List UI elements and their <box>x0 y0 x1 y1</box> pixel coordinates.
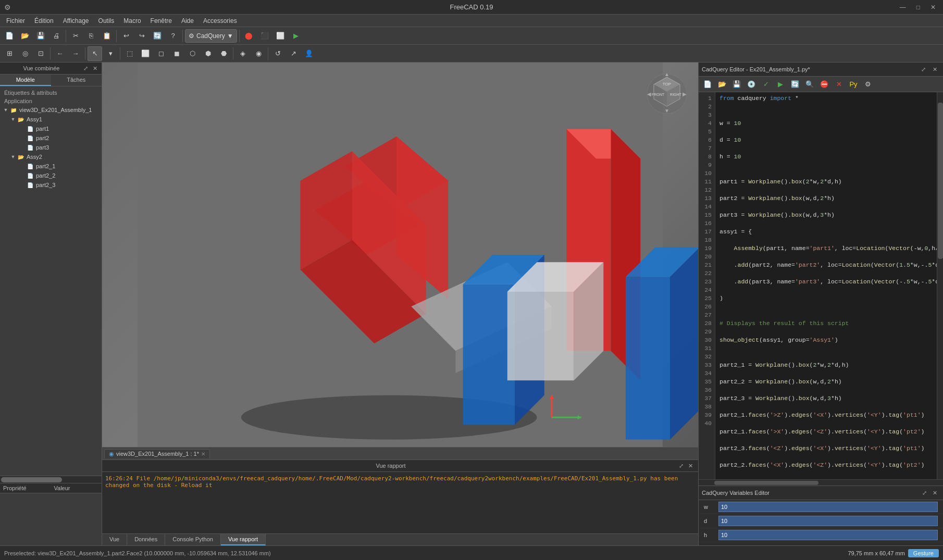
view-tab-close[interactable]: ✕ <box>201 451 205 457</box>
viewport-gizmo[interactable]: TOP RIGHT FRONT ▲ ▼ ◀ ▶ <box>646 73 688 115</box>
tree-assy2[interactable]: ▼ 📂 Assy2 <box>0 152 102 161</box>
bottom-tab-vue[interactable]: Vue <box>102 534 127 545</box>
minimize-button[interactable]: — <box>897 3 909 12</box>
menu-aide[interactable]: Aide <box>177 15 198 27</box>
run-button[interactable]: ▶ <box>289 29 303 43</box>
var-h-input[interactable] <box>718 530 938 540</box>
tree-part2-2[interactable]: 📄 part2_2 <box>0 171 102 180</box>
menu-macro[interactable]: Macro <box>119 15 145 27</box>
maximize-button[interactable]: □ <box>913 3 923 12</box>
part-view[interactable]: ◻ <box>154 46 168 61</box>
print-button[interactable]: 🖨 <box>49 29 64 43</box>
code-editor[interactable]: 1 2 3 4 5 6 7 8 9 10 11 12 13 14 15 16 1… <box>699 92 943 479</box>
view-fit-all[interactable]: ⊞ <box>2 46 17 61</box>
ed-new-btn[interactable]: 📄 <box>701 78 714 91</box>
undo-button[interactable]: ↩ <box>119 29 133 43</box>
toolbar-sep-4 <box>239 30 240 42</box>
line-num-7: 7 <box>701 144 712 153</box>
code-content[interactable]: from cadquery import * w = 10 d = 10 h =… <box>715 92 937 479</box>
ed-python-btn[interactable]: Py <box>847 78 860 91</box>
select-mode[interactable]: ↖ <box>88 46 102 61</box>
ed-settings-btn[interactable]: ⚙ <box>861 78 875 91</box>
ed-reload-btn[interactable]: 🔄 <box>788 78 802 91</box>
menu-outils[interactable]: Outils <box>94 15 119 27</box>
ed-open-btn[interactable]: 📂 <box>715 78 729 91</box>
editor-close-btn[interactable]: ✕ <box>929 64 940 74</box>
ed-run-btn[interactable]: ▶ <box>774 78 787 91</box>
ed-close2-btn[interactable]: ✕ <box>832 78 846 91</box>
root-label: view3D_Ex201_Assembly_1 <box>19 107 92 113</box>
3d-viewport[interactable]: TOP RIGHT FRONT ▲ ▼ ◀ ▶ <box>102 63 698 447</box>
tree-assy1[interactable]: ▼ 📂 Assy1 <box>0 115 102 124</box>
close-button[interactable]: ✕ <box>927 3 939 12</box>
ed-stop-btn[interactable]: ⛔ <box>817 78 831 91</box>
var-w-input[interactable] <box>718 502 938 512</box>
ed-save1-btn[interactable]: 💾 <box>730 78 743 91</box>
ed-search-btn[interactable]: 🔍 <box>803 78 816 91</box>
help-button[interactable]: ? <box>166 29 180 43</box>
tab-modele[interactable]: Modèle <box>0 74 51 86</box>
editor-vertical-scrollbar[interactable] <box>937 92 943 479</box>
tree-root[interactable]: ▼ 📁 view3D_Ex201_Assembly_1 <box>0 105 102 115</box>
bottom-tab-console[interactable]: Console Python <box>165 534 221 545</box>
workbench-selector[interactable]: ⚙ CadQuery ▼ <box>185 29 237 43</box>
move-btn[interactable]: ↗ <box>286 46 301 61</box>
line-num-30: 30 <box>701 336 712 344</box>
bottom-panel-maximize[interactable]: ⤢ <box>676 461 686 470</box>
open-file-button[interactable]: 📂 <box>18 29 32 43</box>
panel-maximize-btn[interactable]: ⤢ <box>81 64 90 73</box>
nav-fwd[interactable]: → <box>68 46 83 61</box>
copy-button[interactable]: ⎘ <box>84 29 98 43</box>
measure-btn[interactable]: ⬣ <box>216 46 231 61</box>
select-arrow[interactable]: ▾ <box>103 46 118 61</box>
new-file-button[interactable]: 📄 <box>2 29 17 43</box>
bottom-tab-vue-rapport[interactable]: Vue rapport <box>221 534 266 545</box>
gesture-button[interactable]: Gesture <box>908 549 939 557</box>
editor-float-btn[interactable]: ⤢ <box>918 64 928 74</box>
code-line-13: .add(part3, name='part3', loc=Location(V… <box>719 278 933 286</box>
ed-check-btn[interactable]: ✓ <box>759 78 773 91</box>
pause-button[interactable]: ⬛ <box>257 29 272 43</box>
tree-part3[interactable]: 📄 part3 <box>0 143 102 152</box>
part-view4[interactable]: ⬢ <box>201 46 215 61</box>
vars-close-btn[interactable]: ✕ <box>929 488 940 498</box>
part-view3[interactable]: ⬡ <box>185 46 200 61</box>
view-standard[interactable]: ◎ <box>18 46 32 61</box>
nav-back[interactable]: ← <box>53 46 67 61</box>
tree-part2[interactable]: 📄 part2 <box>0 133 102 143</box>
cut-button[interactable]: ✂ <box>68 29 83 43</box>
view-box[interactable]: ⊡ <box>33 46 48 61</box>
part3-label: part3 <box>36 144 49 151</box>
vars-float-btn[interactable]: ⤢ <box>919 488 929 498</box>
bottom-panel-close[interactable]: ✕ <box>686 461 695 470</box>
texture-btn[interactable]: ◉ <box>251 46 266 61</box>
tree-part2-3[interactable]: 📄 part2_3 <box>0 180 102 190</box>
menu-affichage[interactable]: Affichage <box>59 15 93 27</box>
menu-fenetre[interactable]: Fenêtre <box>146 15 176 27</box>
menu-accessories[interactable]: Accessories <box>199 15 241 27</box>
tree-part1[interactable]: 📄 part1 <box>0 124 102 133</box>
menu-fichier[interactable]: Fichier <box>2 15 29 27</box>
box-select2[interactable]: ⬜ <box>138 46 153 61</box>
redo-button[interactable]: ↪ <box>134 29 149 43</box>
ed-save2-btn[interactable]: 💿 <box>745 78 758 91</box>
viewport-tab-assembly[interactable]: ◉ view3D_Ex201_Assembly_1 : 1* ✕ <box>104 449 210 458</box>
horizontal-scrollbar[interactable] <box>0 476 102 483</box>
menu-edition[interactable]: Édition <box>30 15 58 27</box>
box-select[interactable]: ⬚ <box>122 46 137 61</box>
tab-taches[interactable]: Tâches <box>51 74 102 86</box>
stop-button[interactable]: ⬤ <box>242 29 256 43</box>
refresh-button[interactable]: 🔄 <box>150 29 165 43</box>
step-button[interactable]: ⬜ <box>273 29 288 43</box>
var-d-input[interactable] <box>718 516 938 526</box>
paste-button[interactable]: 📋 <box>100 29 114 43</box>
save-button[interactable]: 💾 <box>33 29 48 43</box>
panel-close-btn[interactable]: ✕ <box>90 64 100 73</box>
rotate-btn[interactable]: ↺ <box>270 46 285 61</box>
editor-horizontal-scrollbar[interactable] <box>699 479 943 486</box>
tree-part2-1[interactable]: 📄 part2_1 <box>0 161 102 171</box>
user-btn[interactable]: 👤 <box>302 46 316 61</box>
bottom-tab-donnees[interactable]: Données <box>127 534 165 545</box>
material-btn[interactable]: ◈ <box>235 46 250 61</box>
part-view2[interactable]: ◼ <box>169 46 184 61</box>
